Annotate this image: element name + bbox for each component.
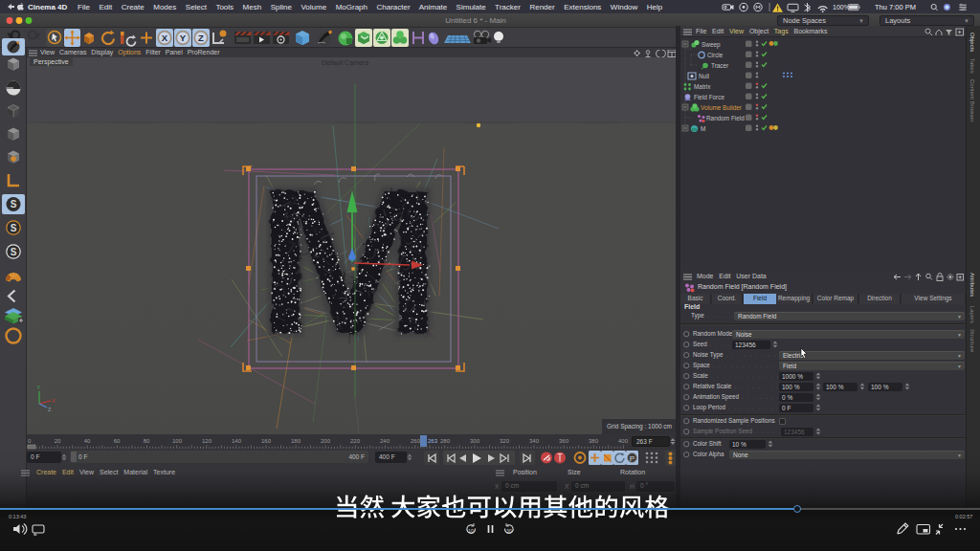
svg-text:180: 180 [291, 438, 301, 444]
svg-text:0: 0 [28, 438, 32, 444]
svg-text:m: m [692, 126, 697, 132]
svg-text:300: 300 [470, 438, 480, 444]
svg-text:Random Field: Random Field [706, 115, 745, 121]
svg-text:S: S [11, 223, 17, 233]
svg-text:Tracer: Tracer [711, 62, 729, 69]
svg-text:280: 280 [440, 438, 451, 444]
svg-text:200: 200 [321, 438, 331, 444]
svg-text:260: 260 [411, 438, 421, 444]
svg-text:80: 80 [144, 438, 150, 444]
svg-text:10: 10 [468, 529, 474, 534]
svg-text:X: X [52, 398, 56, 404]
svg-text:380: 380 [589, 438, 599, 444]
svg-text:Matrix: Matrix [694, 83, 711, 90]
svg-text:400: 400 [618, 438, 629, 444]
svg-text:120: 120 [202, 438, 212, 444]
svg-text:S: S [11, 247, 17, 257]
svg-text:160: 160 [261, 438, 272, 444]
svg-text:263: 263 [428, 438, 438, 444]
svg-text:Grid Spacing : 1000 cm: Grid Spacing : 1000 cm [607, 423, 672, 430]
svg-text:Y: Y [37, 385, 41, 390]
svg-text:140: 140 [232, 438, 242, 444]
svg-text:30: 30 [506, 529, 512, 534]
svg-text:Z: Z [198, 33, 204, 43]
svg-text:Sweep: Sweep [702, 41, 721, 49]
svg-text:60: 60 [114, 438, 121, 444]
svg-text:Field Force: Field Force [694, 94, 724, 100]
svg-text:Y: Y [180, 33, 187, 43]
svg-text:Circle: Circle [707, 52, 724, 58]
svg-text:240: 240 [380, 438, 390, 444]
svg-text:Volume Builder: Volume Builder [701, 104, 743, 111]
svg-text:20: 20 [55, 438, 61, 444]
svg-text:X: X [162, 33, 168, 43]
svg-text:Null: Null [699, 73, 709, 79]
svg-text:40: 40 [84, 438, 91, 444]
svg-text:S: S [11, 199, 17, 209]
svg-text:100: 100 [172, 438, 183, 444]
svg-text:M: M [701, 125, 705, 132]
svg-text:340: 340 [529, 438, 540, 444]
svg-text:360: 360 [559, 438, 569, 444]
svg-text:220: 220 [350, 438, 361, 444]
svg-text:320: 320 [500, 438, 510, 444]
